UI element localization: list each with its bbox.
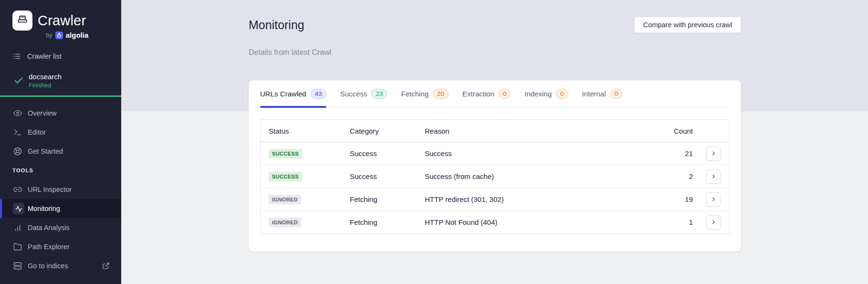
row-expand-button[interactable] (706, 169, 721, 184)
current-crawler-status[interactable]: docsearch Finished (0, 66, 121, 97)
bar-chart-icon (13, 223, 22, 232)
tab-count-badge: 0 (610, 89, 623, 99)
brand-name: algolia (66, 31, 89, 39)
terminal-icon (13, 128, 22, 137)
crawler-list-label: Crawler list (27, 53, 62, 60)
by-label: by (46, 32, 52, 39)
page-header: Monitoring Compare with previous crawl (249, 16, 741, 34)
list-icon (12, 52, 21, 61)
count-cell: 2 (659, 172, 698, 180)
compare-with-previous-crawl-button[interactable]: Compare with previous crawl (634, 17, 741, 33)
chevron-right-icon (711, 150, 717, 157)
sidebar-item-get-started[interactable]: Get Started (0, 142, 121, 161)
table-row: IGNORED Fetching HTTP redirect (301, 302… (261, 188, 729, 210)
monitoring-card: URLs Crawled 43 Success 23 Fetching 20 E… (249, 80, 741, 252)
tab-label: Fetching (401, 90, 429, 98)
sidebar-item-monitoring[interactable]: Monitoring (0, 199, 121, 218)
tab-internal[interactable]: Internal 0 (582, 80, 623, 107)
category-cell: Success (350, 172, 425, 180)
main-content: Monitoring Compare with previous crawl D… (121, 0, 868, 284)
status-badge: IGNORED (269, 195, 301, 204)
crawl-results-table: Status Category Reason Count SUCCESS Suc… (260, 119, 730, 234)
sidebar-item-path-explorer[interactable]: Path Explorer (0, 237, 121, 256)
page-title: Monitoring (249, 18, 304, 32)
reason-cell: Success (from cache) (425, 172, 659, 180)
tab-count-badge: 43 (311, 89, 326, 99)
tools-section-heading: TOOLS (0, 161, 121, 180)
table-row: SUCCESS Success Success 21 (261, 142, 729, 165)
chevron-right-icon (711, 173, 717, 179)
status-badge: IGNORED (269, 218, 301, 227)
app-logo: Crawler by algolia (0, 0, 121, 47)
sidebar-item-label: Overview (28, 109, 56, 117)
row-expand-button[interactable] (706, 192, 721, 207)
tab-label: Success (340, 90, 367, 98)
reason-cell: Success (425, 149, 659, 158)
sidebar-item-label: Monitoring (28, 205, 60, 212)
status-badge: SUCCESS (269, 172, 302, 181)
sidebar-item-label: URL Inspector (28, 186, 72, 193)
reason-cell: HTTP Not Found (404) (425, 218, 659, 226)
tab-count-badge: 23 (371, 89, 387, 99)
row-expand-button[interactable] (706, 215, 721, 230)
count-cell: 1 (659, 218, 698, 226)
link-icon (13, 185, 22, 194)
sidebar: Crawler by algolia Crawler list (0, 0, 121, 284)
activity-icon (13, 203, 24, 214)
column-header-status: Status (269, 127, 350, 135)
sidebar-item-crawler-list[interactable]: Crawler list (0, 47, 121, 66)
count-cell: 21 (659, 149, 698, 158)
crawler-logo-icon (12, 11, 32, 31)
sidebar-item-label: Get Started (28, 147, 63, 155)
table-header-row: Status Category Reason Count (261, 120, 729, 142)
tab-count-badge: 0 (499, 89, 511, 99)
column-header-count: Count (659, 127, 698, 135)
tab-extraction[interactable]: Extraction 0 (462, 80, 511, 107)
count-cell: 19 (659, 195, 698, 203)
sidebar-item-label: Path Explorer (28, 243, 70, 251)
algolia-logo-icon (55, 32, 63, 39)
indices-icon (13, 262, 22, 270)
tab-bar: URLs Crawled 43 Success 23 Fetching 20 E… (260, 80, 730, 107)
crawler-name: docsearch (29, 73, 62, 81)
tab-label: Indexing (524, 90, 552, 98)
category-cell: Success (350, 149, 425, 158)
tab-urls-crawled[interactable]: URLs Crawled 43 (260, 80, 326, 107)
category-cell: Fetching (350, 218, 425, 226)
tab-count-badge: 0 (556, 89, 568, 99)
column-header-category: Category (350, 127, 425, 135)
sidebar-item-go-to-indices[interactable]: Go to indices (0, 256, 121, 275)
crawler-state-badge: Finished (29, 82, 62, 89)
page-subtitle: Details from latest Crawl (249, 48, 741, 57)
sidebar-item-label: Go to indices (28, 262, 68, 270)
check-icon (13, 75, 24, 86)
tab-label: URLs Crawled (260, 90, 306, 98)
sidebar-nav: Overview Editor Get Started TOOLS (0, 104, 121, 275)
chevron-right-icon (711, 196, 717, 202)
reason-cell: HTTP redirect (301, 302) (425, 195, 659, 203)
row-expand-button[interactable] (706, 147, 721, 161)
tab-fetching[interactable]: Fetching 20 (401, 80, 449, 107)
lifebuoy-icon (13, 147, 22, 156)
sidebar-item-overview[interactable]: Overview (0, 104, 121, 123)
tab-count-badge: 20 (433, 89, 449, 99)
table-row: IGNORED Fetching HTTP Not Found (404) 1 (261, 210, 729, 233)
app-title: Crawler (38, 13, 86, 29)
folder-icon (13, 242, 22, 251)
tab-indexing[interactable]: Indexing 0 (524, 80, 568, 107)
table-row: SUCCESS Success Success (from cache) 2 (261, 165, 729, 188)
tab-label: Extraction (462, 90, 494, 98)
chevron-right-icon (711, 219, 717, 225)
sidebar-item-label: Editor (28, 128, 46, 136)
sidebar-item-url-inspector[interactable]: URL Inspector (0, 180, 121, 199)
sidebar-item-editor[interactable]: Editor (0, 123, 121, 142)
status-badge: SUCCESS (269, 149, 302, 158)
sidebar-item-data-analysis[interactable]: Data Analysis (0, 218, 121, 237)
column-header-reason: Reason (425, 127, 659, 135)
eye-icon (13, 109, 22, 117)
tab-label: Internal (582, 90, 606, 98)
category-cell: Fetching (350, 195, 425, 203)
external-link-icon (102, 262, 110, 270)
tab-success[interactable]: Success 23 (340, 80, 387, 107)
sidebar-item-label: Data Analysis (28, 224, 70, 231)
